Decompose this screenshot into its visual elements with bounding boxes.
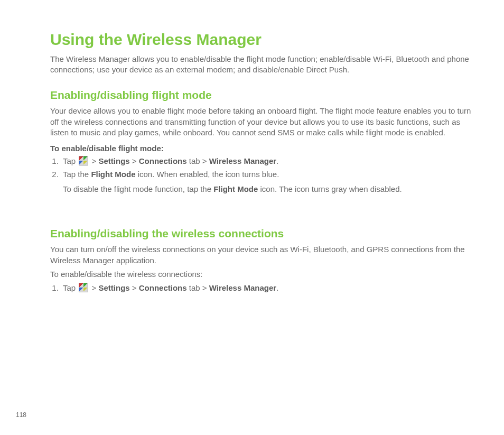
- step-text: Tap: [63, 283, 78, 292]
- step-text: >: [89, 156, 98, 165]
- section-heading-flight-mode: Enabling/disabling flight mode: [50, 88, 478, 103]
- wireless-connections-steps: Tap > Settings > Connections tab > Wirel…: [50, 283, 478, 293]
- flight-mode-step-2-sub: To disable the flight mode function, tap…: [63, 184, 478, 195]
- start-icon: [79, 283, 88, 292]
- step-text: Tap: [63, 156, 78, 165]
- flight-mode-step-1: Tap > Settings > Connections tab > Wirel…: [61, 156, 478, 166]
- intro-paragraph: The Wireless Manager allows you to enabl…: [50, 54, 478, 76]
- flight-mode-steps: Tap > Settings > Connections tab > Wirel…: [50, 156, 478, 180]
- section-heading-wireless-connections: Enabling/disabling the wireless connecti…: [50, 226, 478, 241]
- flight-mode-step-2: Tap the Flight Mode icon. When enabled, …: [61, 169, 478, 180]
- step-bold: Wireless Manager: [209, 283, 276, 292]
- step-bold: Connections: [139, 156, 187, 165]
- page-title: Using the Wireless Manager: [50, 29, 478, 51]
- step-text: .: [276, 156, 278, 165]
- step-bold: Settings: [98, 283, 129, 292]
- wireless-connections-paragraph: You can turn on/off the wireless connect…: [50, 244, 478, 266]
- step-text: icon. When enabled, the icon turns blue.: [136, 170, 279, 179]
- flight-mode-paragraph: Your device allows you to enable flight …: [50, 106, 478, 138]
- wireless-connections-step-1: Tap > Settings > Connections tab > Wirel…: [61, 283, 478, 293]
- step-bold: Flight Mode: [213, 184, 258, 193]
- step-text: Tap the: [63, 170, 91, 179]
- step-text: icon. The icon turns gray when disabled.: [258, 184, 402, 193]
- step-bold: Connections: [139, 283, 187, 292]
- step-text: tab >: [187, 156, 209, 165]
- step-text: To disable the flight mode function, tap…: [63, 184, 213, 193]
- step-text: tab >: [187, 283, 209, 292]
- step-bold: Flight Mode: [91, 170, 135, 179]
- step-text: >: [130, 156, 139, 165]
- step-text: >: [130, 283, 139, 292]
- step-text: .: [276, 283, 278, 292]
- page-number: 118: [16, 411, 26, 419]
- wireless-connections-subhead: To enable/disable the wireless connectio…: [50, 269, 478, 280]
- flight-mode-subhead: To enable/disable flight mode:: [50, 143, 478, 154]
- step-bold: Wireless Manager: [209, 156, 276, 165]
- step-bold: Settings: [98, 156, 129, 165]
- start-icon: [79, 156, 88, 165]
- step-text: >: [89, 283, 98, 292]
